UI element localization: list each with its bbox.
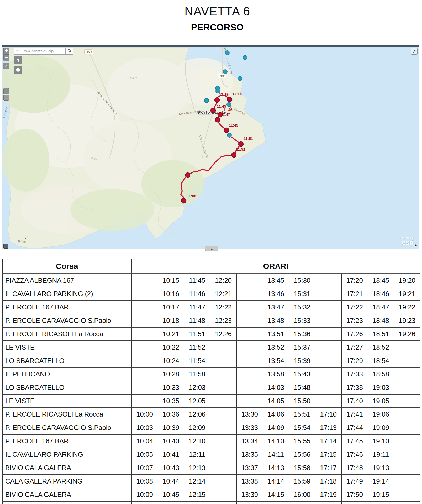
route-stop-marker[interactable] xyxy=(215,117,220,122)
time-cell: 13:45 xyxy=(263,274,289,287)
time-cell xyxy=(131,354,158,368)
time-cell xyxy=(210,381,236,394)
time-cell: 10:44 xyxy=(158,475,184,488)
filter-button[interactable] xyxy=(14,56,22,64)
time-cell: 12:20 xyxy=(210,274,236,287)
time-cell: 10:33 xyxy=(158,381,184,394)
time-cell xyxy=(131,368,158,381)
time-cell: 12:10 xyxy=(184,434,210,448)
route-stop-marker[interactable] xyxy=(227,97,232,102)
page-subtitle: PERCORSO xyxy=(13,22,422,33)
poi-stop-dot[interactable] xyxy=(243,55,247,60)
time-cell: 10:46 xyxy=(158,501,184,504)
time-cell: 12:21 xyxy=(210,287,236,301)
time-cell xyxy=(394,488,420,501)
route-stop-marker[interactable] xyxy=(181,198,186,203)
home-extent-button[interactable]: ⌂ xyxy=(3,63,9,69)
route-stop-marker[interactable] xyxy=(215,98,219,102)
overview-toggle-button[interactable]: + xyxy=(3,244,8,249)
route-stop-marker[interactable] xyxy=(211,108,215,113)
poi-stop-dot[interactable] xyxy=(238,76,242,81)
route-stop-marker[interactable] xyxy=(239,142,243,146)
table-row: LE VISTE10:3512:0514:0515:5017:4019:05 xyxy=(2,394,420,408)
time-cell: 14:14 xyxy=(263,475,289,488)
poi-stop-dot[interactable] xyxy=(227,102,231,107)
poi-stop-dot[interactable] xyxy=(204,98,209,103)
time-cell: 19:14 xyxy=(368,475,394,488)
time-cell: 10:35 xyxy=(158,394,184,408)
time-cell xyxy=(210,341,236,354)
time-cell: 12:22 xyxy=(210,301,236,314)
time-cell: 15:56 xyxy=(289,448,315,461)
measure-button[interactable]: ↗ xyxy=(411,48,418,55)
time-cell: 10:15 xyxy=(158,274,184,287)
time-cell: 12:05 xyxy=(184,394,210,408)
time-cell: 17:17 xyxy=(315,461,341,475)
previous-extent-button[interactable]: ← xyxy=(3,88,9,94)
page-title: NAVETTA 6 xyxy=(13,4,422,18)
road-shield-label: SP2 xyxy=(220,75,225,78)
scale-bar-line xyxy=(5,238,26,239)
poi-stop-dot[interactable] xyxy=(225,51,229,55)
time-cell: 19:10 xyxy=(368,434,394,448)
table-row: P. ERCOLE 167 BAR10:1711:4712:2213:4715:… xyxy=(2,301,420,314)
search-button[interactable] xyxy=(66,48,73,55)
time-cell xyxy=(236,354,263,368)
search-input[interactable] xyxy=(20,48,66,55)
zoom-in-button[interactable]: + xyxy=(3,48,9,54)
time-cell: 14:11 xyxy=(263,448,289,461)
time-cell: 12:23 xyxy=(210,314,236,327)
zoom-out-button[interactable]: − xyxy=(3,54,9,61)
chevron-down-icon: ▼ xyxy=(16,50,18,52)
map-collapse-tab[interactable]: ▲ xyxy=(205,246,218,251)
time-cell xyxy=(210,475,236,488)
time-cell xyxy=(315,327,341,341)
time-cell: 12:14 xyxy=(184,475,210,488)
time-cell: 13:58 xyxy=(263,368,289,381)
time-cell: 15:39 xyxy=(289,354,315,368)
route-stop-marker[interactable] xyxy=(231,153,236,157)
search-dropdown-button[interactable]: ▼ xyxy=(14,48,20,55)
time-cell: 17:46 xyxy=(341,448,368,461)
table-row: IL PELLICANO10:2811:5813:5815:4317:3318:… xyxy=(2,368,420,381)
time-cell xyxy=(210,408,236,421)
time-cell: 12:06 xyxy=(184,408,210,421)
esri-logo: esri xyxy=(400,239,415,246)
poi-stop-dot[interactable] xyxy=(227,133,231,137)
poi-stop-dot[interactable] xyxy=(223,70,227,74)
route-stop-marker[interactable] xyxy=(224,128,229,133)
corsa-header: Corsa xyxy=(2,259,131,274)
time-cell: 18:51 xyxy=(368,327,394,341)
route-map[interactable]: Porto ErcoleStrada MandricaVia Forte Ste… xyxy=(2,45,419,249)
time-cell: 18:58 xyxy=(368,368,394,381)
time-cell: 17:13 xyxy=(315,421,341,434)
time-cell xyxy=(131,287,158,301)
time-cell: 18:54 xyxy=(368,354,394,368)
time-cell: 13:54 xyxy=(263,354,289,368)
table-row: PIAZZA ALBEGNA 16710:1010:4612:1613:4014… xyxy=(2,501,420,504)
time-cell: 10:28 xyxy=(158,368,184,381)
time-cell xyxy=(236,394,263,408)
route-stop-marker[interactable] xyxy=(185,173,190,177)
time-cell: 19:11 xyxy=(368,448,394,461)
time-cell: 10:00 xyxy=(131,408,158,421)
time-cell: 15:31 xyxy=(289,287,315,301)
time-cell xyxy=(131,314,158,327)
route-time-label: 11:49 xyxy=(229,123,238,127)
time-cell: 15:32 xyxy=(289,301,315,314)
time-cell: 12:11 xyxy=(184,448,210,461)
time-cell: 12:16 xyxy=(184,501,210,504)
stop-name-cell: P. ERCOLE 167 BAR xyxy=(2,434,131,448)
time-cell xyxy=(236,274,263,287)
next-extent-button[interactable]: → xyxy=(3,94,9,101)
time-cell: 17:23 xyxy=(341,314,368,327)
time-cell xyxy=(394,354,420,368)
time-cell: 19:09 xyxy=(368,421,394,434)
time-cell: 11:46 xyxy=(184,287,210,301)
time-cell: 10:36 xyxy=(158,408,184,421)
time-cell: 18:48 xyxy=(368,314,394,327)
map-canvas[interactable]: Porto ErcoleStrada MandricaVia Forte Ste… xyxy=(2,47,419,249)
print-button[interactable] xyxy=(14,66,22,74)
time-cell: 14:03 xyxy=(263,381,289,394)
time-cell: 13:37 xyxy=(236,461,263,475)
